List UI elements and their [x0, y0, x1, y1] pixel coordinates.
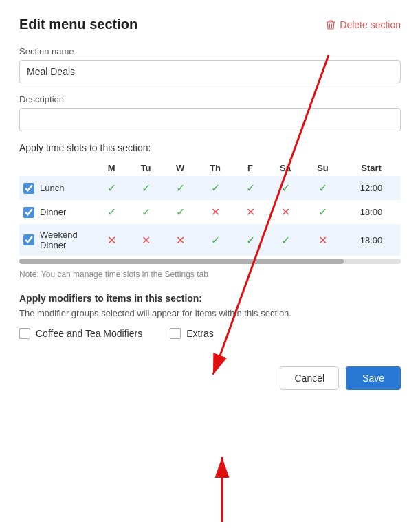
cancel-button[interactable]: Cancel — [280, 366, 339, 390]
dinner-wed: ✓ — [164, 200, 197, 224]
lunch-tue: ✓ — [128, 176, 164, 200]
dinner-mon: ✓ — [95, 200, 128, 224]
dinner-sat: ✕ — [267, 200, 304, 224]
extras-checkbox[interactable] — [170, 328, 181, 339]
description-input[interactable] — [19, 108, 401, 131]
page-title: Edit menu section — [19, 16, 137, 32]
col-f: F — [234, 160, 267, 176]
dinner-thu: ✕ — [197, 200, 234, 224]
lunch-sun: ✓ — [304, 176, 342, 200]
modifiers-title: Apply modifiers to items in this section… — [19, 293, 401, 304]
col-th: Th — [197, 160, 234, 176]
col-m: M — [95, 160, 128, 176]
weekend-sat: ✓ — [267, 224, 304, 256]
lunch-start: 12:00 — [342, 176, 401, 200]
table-row: Dinner ✓ ✓ ✓ ✕ ✕ ✕ ✓ 18:00 — [19, 200, 401, 224]
lunch-thu: ✓ — [197, 176, 234, 200]
save-button[interactable]: Save — [346, 366, 401, 390]
scroll-bar-thumb — [19, 258, 344, 264]
time-slots-table: M Tu W Th F Sa Su Start Lunch ✓ ✓ ✓ ✓ ✓ … — [19, 160, 401, 256]
lunch-sat: ✓ — [267, 176, 304, 200]
section-name-input[interactable] — [19, 60, 401, 83]
table-row: Lunch ✓ ✓ ✓ ✓ ✓ ✓ ✓ 12:00 — [19, 176, 401, 200]
weekend-mon: ✕ — [95, 224, 128, 256]
trash-icon — [325, 19, 336, 30]
modifier-extras[interactable]: Extras — [170, 328, 214, 339]
time-slots-note: Note: You can manage time slots in the S… — [19, 270, 401, 279]
extras-label: Extras — [186, 328, 214, 339]
lunch-fri: ✓ — [234, 176, 267, 200]
weekend-wed: ✕ — [164, 224, 197, 256]
modifiers-list: Coffee and Tea Modifiers Extras — [19, 328, 401, 339]
row-lunch-label: Lunch — [19, 176, 95, 200]
section-name-label: Section name — [19, 46, 401, 56]
lunch-wed: ✓ — [164, 176, 197, 200]
weekend-dinner-checkbox[interactable] — [23, 234, 34, 245]
delete-section-button[interactable]: Delete section — [325, 19, 401, 30]
row-dinner-label: Dinner — [19, 200, 95, 224]
time-slots-header-row: M Tu W Th F Sa Su Start — [19, 160, 401, 176]
lunch-checkbox[interactable] — [23, 183, 34, 194]
description-group: Description — [19, 94, 401, 131]
dinner-sun: ✓ — [304, 200, 342, 224]
table-row: WeekendDinner ✕ ✕ ✕ ✓ ✓ ✓ ✕ 18:00 — [19, 224, 401, 256]
dinner-tue: ✓ — [128, 200, 164, 224]
dinner-fri: ✕ — [234, 200, 267, 224]
col-su: Su — [304, 160, 342, 176]
weekend-tue: ✕ — [128, 224, 164, 256]
scroll-bar[interactable] — [19, 258, 401, 264]
description-label: Description — [19, 94, 401, 104]
col-sa: Sa — [267, 160, 304, 176]
weekend-thu: ✓ — [197, 224, 234, 256]
weekend-start: 18:00 — [342, 224, 401, 256]
section-name-group: Section name — [19, 46, 401, 83]
coffee-tea-checkbox[interactable] — [19, 328, 30, 339]
footer-buttons: Cancel Save — [19, 366, 401, 390]
weekend-fri: ✓ — [234, 224, 267, 256]
lunch-mon: ✓ — [95, 176, 128, 200]
time-slots-subtitle: Apply time slots to this section: — [19, 142, 401, 153]
col-w: W — [164, 160, 197, 176]
row-weekend-label: WeekendDinner — [19, 224, 95, 256]
dinner-checkbox[interactable] — [23, 207, 34, 218]
page-header: Edit menu section Delete section — [19, 16, 401, 32]
col-tu: Tu — [128, 160, 164, 176]
weekend-sun: ✕ — [304, 224, 342, 256]
modifier-coffee-tea[interactable]: Coffee and Tea Modifiers — [19, 328, 142, 339]
modifiers-description: The modifier groups selected will appear… — [19, 308, 401, 318]
col-name — [19, 160, 95, 176]
col-start: Start — [342, 160, 401, 176]
coffee-tea-label: Coffee and Tea Modifiers — [36, 328, 142, 339]
dinner-start: 18:00 — [342, 200, 401, 224]
